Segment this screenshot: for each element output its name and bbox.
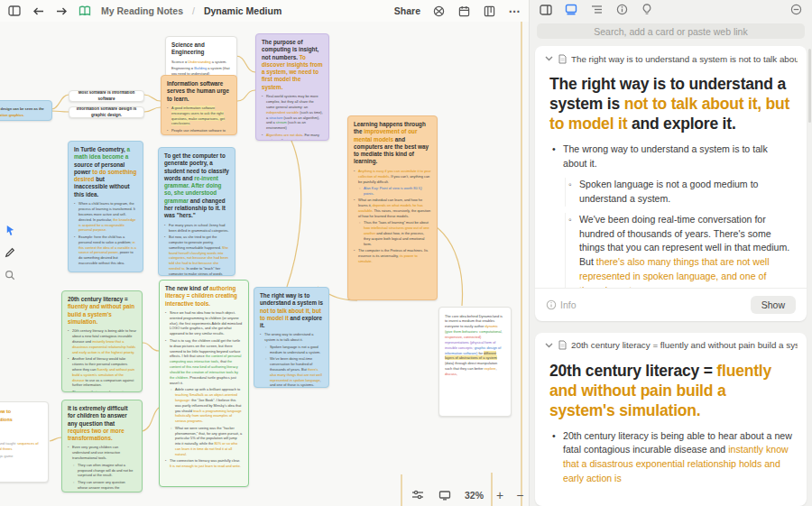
zoom-out-button[interactable]: − bbox=[516, 489, 523, 501]
card-title: 20th century literacy = fluently and wit… bbox=[68, 296, 136, 326]
breadcrumb-current[interactable]: Dynamic Medium bbox=[204, 5, 281, 16]
pen-tool-icon[interactable] bbox=[4, 246, 16, 259]
panel-scrollbar[interactable] bbox=[808, 49, 811, 123]
card-body: Since we had no idea how to teach object… bbox=[165, 310, 243, 469]
card-title: The right way is to understand a system … bbox=[260, 292, 323, 329]
document-icon bbox=[558, 53, 567, 64]
search-input[interactable] bbox=[537, 23, 805, 40]
card-body: Even very young children can understand … bbox=[68, 445, 136, 492]
zoom-level[interactable]: 32% bbox=[465, 490, 484, 501]
zoom-in-button[interactable]: + bbox=[496, 489, 503, 501]
show-button[interactable]: Show bbox=[751, 296, 796, 314]
topbar-actions: Share ⋯ bbox=[394, 4, 521, 18]
panel-card-20th-century-literacy: 20th century literacy = fluently and wit… bbox=[535, 333, 807, 506]
card-title: Science and Engineering bbox=[171, 41, 231, 57]
card-view-icon[interactable] bbox=[564, 3, 578, 17]
card-body: The core idea behind Dynamicland is to i… bbox=[445, 314, 505, 377]
card-right-way-to-understand[interactable]: The right way is to understand a system … bbox=[254, 287, 329, 388]
info-label: Info bbox=[560, 299, 577, 310]
card-body: Anything is easy if you can assimilate i… bbox=[354, 169, 431, 264]
right-panel-header bbox=[530, 0, 812, 20]
card-title: Most software is information software bbox=[71, 90, 142, 101]
panel-card-footer: Info Show bbox=[535, 288, 807, 321]
card-two-or-more-transformations[interactable]: It is extremely difficult for children t… bbox=[61, 400, 143, 492]
right-panel: The right way is to understand a system … bbox=[529, 0, 812, 506]
card-dynamicland-core-idea[interactable]: The core idea behind Dynamicland is to i… bbox=[438, 307, 512, 417]
outline-view-icon[interactable] bbox=[589, 3, 604, 17]
canvas-tool-rail bbox=[4, 224, 16, 281]
card-body: Real-world systems may be more complex, … bbox=[262, 94, 323, 141]
kanban-board-icon[interactable] bbox=[482, 4, 496, 18]
card-body: A good information software encourages u… bbox=[167, 106, 231, 135]
card-information-software-urge-to-learn[interactable]: Information software serves the human ur… bbox=[161, 75, 237, 135]
chevron-down-icon[interactable] bbox=[544, 341, 553, 350]
card-science-and-engineering[interactable]: Science and Engineering Science = Unders… bbox=[165, 36, 237, 78]
insight-bulb-icon[interactable] bbox=[640, 3, 654, 17]
card-title: Learning happens through the improvement… bbox=[354, 121, 431, 166]
card-clipped-left-design[interactable]: Information software design can be seen … bbox=[0, 100, 52, 121]
card-computer-generate-poetry[interactable]: To get the computer to generate poetry, … bbox=[158, 147, 235, 276]
card-body: Science = Understanding a system.Enginee… bbox=[171, 60, 231, 77]
sidebar-toggle-icon[interactable] bbox=[7, 4, 22, 18]
sticker-ball-icon[interactable] bbox=[431, 4, 446, 18]
share-button[interactable]: Share bbox=[394, 5, 420, 16]
card-turtle-geometry[interactable]: In Turtle Geometry, a math idea become a… bbox=[68, 141, 143, 272]
panel-card-title: The right way is to understand a system … bbox=[571, 54, 798, 64]
info-toggle[interactable]: Info bbox=[546, 299, 577, 310]
panel-layout-icon[interactable] bbox=[539, 3, 553, 17]
card-title: The new kind of authoring literacy = chi… bbox=[165, 285, 243, 308]
whiteboard-book-icon bbox=[78, 4, 92, 18]
canvas-search-tool-icon[interactable] bbox=[4, 269, 16, 281]
chevron-down-icon[interactable] bbox=[544, 54, 553, 63]
card-bullets: The wrong way to understand a system is … bbox=[549, 143, 792, 288]
breadcrumb-separator: / bbox=[192, 5, 195, 16]
card-clipped-teach-transformations[interactable]: We need to teach how tochain up transfor… bbox=[0, 401, 49, 483]
canvas-bottom-toolbar: 32% + − bbox=[411, 488, 523, 502]
card-software-design-graphic-design[interactable]: Information software design is graphic d… bbox=[69, 106, 144, 118]
card-heading: 20th century literacy = fluently and wit… bbox=[549, 362, 792, 421]
card-body: For many years in school Jenny had been … bbox=[164, 223, 229, 276]
card-body: The wrong way to understand a system is … bbox=[260, 332, 323, 388]
calendar-icon[interactable] bbox=[457, 4, 471, 18]
card-body: We need to teach how tochain up transfor… bbox=[0, 409, 42, 459]
select-cursor-tool-icon[interactable] bbox=[4, 224, 16, 236]
card-most-software[interactable]: Most software is information software bbox=[69, 90, 144, 102]
whiteboard-canvas[interactable]: Science and Engineering Science = Unders… bbox=[0, 0, 529, 506]
card-title: The purpose of computing is insight, not… bbox=[262, 39, 323, 91]
back-icon[interactable] bbox=[31, 4, 45, 18]
card-bullets: 20th century literacy is being able to h… bbox=[549, 429, 792, 487]
card-title: It is extremely difficult for children t… bbox=[68, 405, 136, 442]
card-heading: The right way is to understand a system … bbox=[549, 75, 792, 134]
card-title: To get the computer to generate poetry, … bbox=[164, 152, 229, 220]
card-20th-century-literacy[interactable]: 20th century literacy = fluently and wit… bbox=[61, 290, 143, 392]
filter-sliders-icon[interactable] bbox=[411, 488, 425, 502]
card-title: Information software serves the human ur… bbox=[167, 80, 231, 103]
panel-card-body: 20th century literacy = fluently and wit… bbox=[535, 351, 807, 506]
document-icon bbox=[558, 340, 567, 351]
breadcrumb-root[interactable]: My Reading Notes bbox=[101, 5, 183, 16]
forward-icon[interactable] bbox=[54, 4, 69, 18]
panel-card-title: 20th century literacy = fluently and wit… bbox=[571, 340, 798, 350]
panel-card-right-way: The right way is to understand a system … bbox=[535, 46, 807, 320]
panel-card-body: The right way is to understand a system … bbox=[535, 64, 807, 287]
card-purpose-of-computing[interactable]: The purpose of computing is insight, not… bbox=[255, 33, 329, 141]
collapse-panel-icon[interactable] bbox=[789, 3, 803, 17]
card-body: When a child learns to program, the proc… bbox=[74, 201, 137, 266]
card-learning-mental-models[interactable]: Learning happens through the improvement… bbox=[347, 115, 438, 300]
card-authoring-literacy[interactable]: The new kind of authoring literacy = chi… bbox=[159, 280, 249, 487]
panel-card-header[interactable]: 20th century literacy = fluently and wit… bbox=[535, 333, 807, 351]
top-bar: My Reading Notes / Dynamic Medium Share … bbox=[0, 0, 529, 22]
card-body: Information software design can be seen … bbox=[0, 106, 48, 118]
presentation-mode-icon[interactable] bbox=[438, 488, 452, 502]
panel-card-header[interactable]: The right way is to understand a system … bbox=[535, 46, 807, 64]
card-title: Information software design is graphic d… bbox=[71, 106, 142, 117]
card-body: 20th century literacy is being able to h… bbox=[68, 328, 136, 392]
info-panel-icon[interactable] bbox=[614, 3, 629, 17]
more-options-icon[interactable]: ⋯ bbox=[507, 4, 521, 18]
card-title: In Turtle Geometry, a math idea become a… bbox=[74, 146, 137, 198]
